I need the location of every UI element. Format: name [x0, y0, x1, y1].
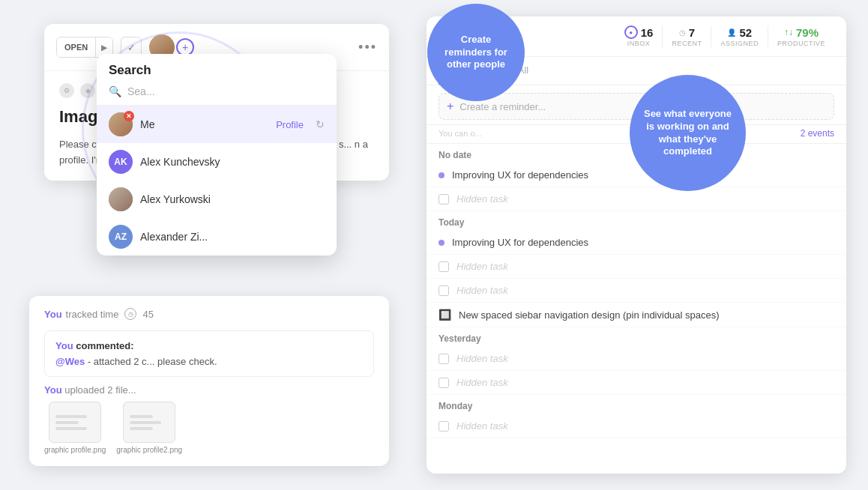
assigned-number: 52 [739, 26, 752, 39]
task-item[interactable]: Hidden task [427, 347, 846, 371]
events-link[interactable]: 2 events [801, 128, 834, 139]
search-result-me[interactable]: ✕ Me Profile ↻ [97, 106, 337, 143]
file-thumb-1[interactable]: graphic profile.png [44, 402, 106, 454]
left-panel: OPEN ▶ ✓ + ••• ⚙ ◈ Image for Pr... Pleas… [22, 16, 412, 474]
task-checkbox[interactable] [438, 194, 449, 205]
search-overlay: Search 🔍 Sea... ✕ Me Profile ↻ AK Alex K… [97, 54, 337, 255]
thumb-line [55, 421, 79, 424]
can-only-text: You can o... [438, 129, 801, 138]
thumb-line [130, 421, 161, 424]
thumb-lines-2 [124, 409, 175, 436]
task-text-hidden: Hidden task [456, 377, 834, 388]
task-list-container: No date Improving UX for dependencies Hi… [427, 144, 846, 466]
file-name-1: graphic profile.png [44, 446, 106, 454]
task-item[interactable]: Improving UX for dependencies [427, 231, 846, 255]
result-avatar-ak: AK [109, 150, 133, 174]
task-text: Improving UX for dependencies [452, 237, 834, 248]
stat-assigned[interactable]: 👤 52 ASSIGNED [711, 26, 768, 47]
stats-row: ● 16 INBOX ◷ 7 RECENT 👤 [615, 25, 834, 47]
inbox-label: INBOX [627, 40, 651, 47]
task-item[interactable]: Hidden task [427, 187, 846, 211]
file-thumb-2[interactable]: graphic profile2.png [116, 402, 182, 454]
activity-card: You tracked time ◷ 45 You commented: @We… [29, 296, 389, 466]
mention-text: - attached 2 c... please check. [88, 356, 217, 367]
stat-inbox-top: ● 16 [624, 25, 654, 39]
task-item[interactable]: 🔲 New spaced siebar navigation design (p… [427, 303, 846, 327]
task-checkbox[interactable] [438, 378, 449, 388]
recent-icon: ◷ [679, 28, 686, 37]
task-item[interactable]: Hidden task [427, 414, 846, 438]
search-header: Search [97, 54, 337, 78]
recent-label: RECENT [672, 40, 702, 47]
task-checkbox[interactable] [438, 421, 449, 432]
search-result-ay[interactable]: Alex Yurkowski [97, 181, 337, 218]
task-item[interactable]: Hidden task [427, 255, 846, 279]
section-yesterday: Yesterday [427, 327, 846, 347]
stat-assigned-top: 👤 52 [727, 26, 752, 39]
task-icon-2: ◈ [80, 83, 95, 98]
inbox-circle-icon: ● [624, 25, 638, 39]
you-commented-you: You [55, 340, 73, 351]
tooltip-see-everyone: See what everyone is working on and what… [630, 75, 746, 191]
thumb-line [55, 427, 87, 430]
search-result-ak[interactable]: AK Alex Kunchevsky [97, 143, 337, 181]
task-text-hidden: Hidden task [456, 420, 834, 432]
task-checkbox[interactable] [438, 354, 449, 364]
result-avatar-ay [109, 187, 133, 211]
result-name-me: Me [140, 118, 268, 130]
result-name-az: Alexander Zi... [140, 231, 325, 243]
profile-link[interactable]: Profile [276, 119, 304, 130]
section-yesterday-label: Yesterday [438, 333, 481, 344]
section-today: Today [427, 211, 846, 231]
stat-inbox[interactable]: ● 16 INBOX [615, 25, 663, 47]
assigned-label: ASSIGNED [720, 40, 759, 47]
search-input-row: 🔍 Sea... [97, 78, 337, 106]
recent-number: 7 [689, 26, 695, 39]
section-monday-label: Monday [438, 401, 472, 411]
search-result-az[interactable]: AZ Alexander Zi... [97, 218, 337, 255]
refresh-icon[interactable]: ↻ [316, 118, 325, 130]
stat-productive[interactable]: ↑↓ 79% PRODUCTIVE [768, 26, 834, 47]
search-input[interactable]: Sea... [127, 85, 325, 97]
task-item[interactable]: Hidden task [427, 279, 846, 303]
section-today-label: Today [438, 217, 464, 228]
add-reminder-label: Create a reminder... [459, 101, 546, 112]
thumb-lines-1 [49, 409, 100, 436]
thumb-line [130, 427, 153, 430]
task-item[interactable]: Improving UX for dependencies [427, 163, 846, 187]
task-checkbox[interactable] [438, 261, 449, 272]
task-special-icon: 🔲 [438, 309, 451, 321]
stat-recent-top: ◷ 7 [679, 26, 695, 39]
you-label: You [44, 309, 62, 320]
activity-comment-box: You commented: @Wes - attached 2 c... pl… [44, 330, 374, 377]
open-button-label: OPEN [57, 37, 96, 57]
add-reminder-plus-icon: + [447, 100, 453, 113]
tooltip-create-reminders: Create reminders for other people [427, 4, 525, 101]
uploaded-text: uploaded 2 file... [64, 384, 136, 396]
tracked-text: tracked time [66, 309, 119, 320]
task-item[interactable]: Hidden task [427, 371, 846, 395]
thumb-image-1 [49, 402, 101, 443]
stat-recent[interactable]: ◷ 7 RECENT [663, 26, 711, 47]
clock-icon: ◷ [124, 308, 136, 320]
you-commented-text: commented: [76, 340, 133, 351]
activity-tracked: You tracked time ◷ 45 [44, 308, 374, 320]
task-text-hidden: Hidden task [456, 285, 834, 296]
productive-label: PRODUCTIVE [777, 40, 825, 47]
result-avatar-az: AZ [109, 225, 133, 249]
at-mention-name: @Wes [55, 356, 85, 367]
task-dot-icon [438, 240, 444, 246]
task-icon-1: ⚙ [59, 83, 74, 98]
menu-dots-icon[interactable]: ••• [358, 40, 377, 55]
result-name-ak: Alex Kunchevsky [140, 156, 325, 168]
tooltip-create-text: Create reminders for other people [439, 34, 513, 72]
productive-number: 79% [796, 26, 819, 39]
file-thumbs: graphic profile.png graphic profile2.png [44, 402, 374, 454]
thumb-line [130, 415, 153, 418]
remove-badge: ✕ [124, 111, 134, 121]
main-container: OPEN ▶ ✓ + ••• ⚙ ◈ Image for Pr... Pleas… [0, 0, 868, 490]
section-no-date-label: No date [438, 150, 471, 160]
search-icon: 🔍 [109, 85, 121, 97]
task-checkbox[interactable] [438, 285, 449, 296]
task-text-hidden: Hidden task [456, 353, 834, 364]
